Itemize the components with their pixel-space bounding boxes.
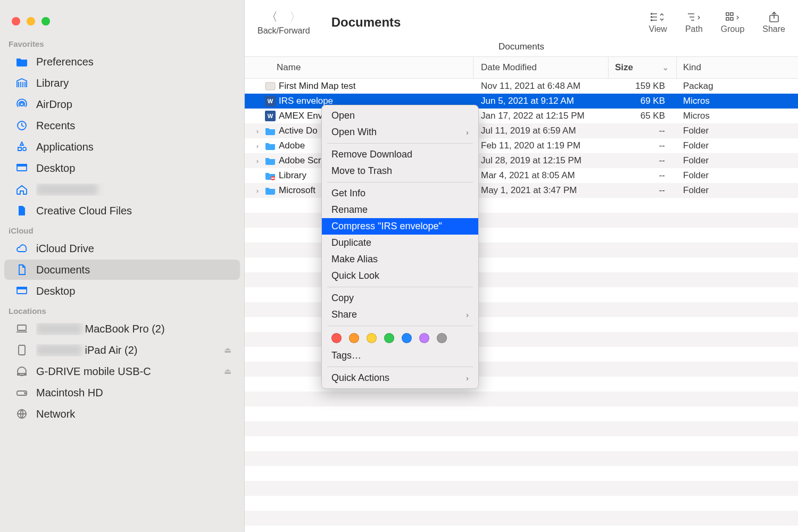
toolbar-view[interactable]: View (649, 11, 667, 34)
menu-item-quick-actions[interactable]: Quick Actions› (322, 370, 478, 386)
back-icon[interactable]: 〈 (266, 9, 278, 25)
disclosure-icon[interactable]: › (253, 157, 262, 165)
tag-purple-icon[interactable] (419, 333, 429, 343)
sidebar-item-icloud-drive[interactable]: iCloud Drive (4, 238, 240, 259)
tag-gray-icon[interactable] (437, 333, 447, 343)
file-date: Jun 5, 2021 at 9:12 AM (473, 96, 609, 106)
drive-icon (15, 365, 29, 378)
sidebar-item-label: Preferences (36, 56, 231, 68)
file-kind: Folder (677, 155, 798, 166)
svg-rect-7 (18, 325, 26, 330)
sidebar-item-preferences[interactable]: Preferences (4, 52, 240, 72)
col-size[interactable]: Size⌄ (609, 57, 677, 78)
window-title: Documents (331, 15, 401, 30)
toolbar-path[interactable]: Path (685, 11, 703, 34)
sidebar-item-macbook-pro-2-[interactable]: xxxxxxx MacBook Pro (2) (4, 319, 240, 339)
nav-back-forward[interactable]: 〈 〉 Back/Forward (257, 9, 310, 36)
menu-item-tags[interactable]: Tags… (322, 347, 478, 364)
disclosure-icon[interactable]: › (253, 142, 262, 150)
close-icon[interactable] (12, 17, 20, 26)
col-kind[interactable]: Kind (677, 57, 798, 78)
sidebar-item-label: Creative Cloud Files (36, 205, 231, 217)
sidebar-item-recents[interactable]: Recents (4, 115, 240, 136)
toolbar-share[interactable]: Share (762, 11, 785, 34)
menu-item-open[interactable]: Open (322, 107, 478, 124)
sidebar-item-desktop[interactable]: Desktop (4, 158, 240, 178)
share-icon (768, 11, 780, 23)
menu-item-move-to-trash[interactable]: Move to Trash (322, 163, 478, 179)
menu-item-duplicate[interactable]: Duplicate (322, 235, 478, 251)
sidebar-item-library[interactable]: Library (4, 73, 240, 93)
file-date: Jan 17, 2022 at 12:15 PM (473, 111, 609, 121)
menu-item-make-alias[interactable]: Make Alias (322, 251, 478, 268)
tag-orange-icon[interactable] (349, 333, 359, 343)
tag-green-icon[interactable] (384, 333, 394, 343)
menu-item-label: Quick Actions (331, 372, 389, 384)
disclosure-icon[interactable]: › (253, 187, 262, 195)
menu-item-get-info[interactable]: Get Info (322, 185, 478, 202)
tag-red-icon[interactable] (331, 333, 342, 343)
sidebar-item-documents[interactable]: Documents (4, 260, 240, 280)
airdrop-icon (15, 98, 29, 111)
file-kind: Folder (677, 185, 798, 196)
sidebar-item-label: Applications (36, 141, 231, 153)
traffic-lights (0, 13, 244, 39)
chevron-right-icon: › (466, 128, 469, 137)
svg-point-16 (651, 20, 652, 21)
toolbar-group[interactable]: Group (721, 11, 744, 34)
tag-blue-icon[interactable] (402, 333, 412, 343)
sidebar-item-network[interactable]: Network (4, 404, 240, 424)
table-row[interactable]: First Mind Map testNov 11, 2021 at 6:48 … (245, 79, 798, 94)
menu-item-copy[interactable]: Copy (322, 290, 478, 306)
menu-item-rename[interactable]: Rename (322, 202, 478, 218)
sidebar-item-desktop[interactable]: Desktop (4, 281, 240, 301)
menu-item-share[interactable]: Share› (322, 306, 478, 323)
minimize-icon[interactable] (27, 17, 35, 26)
menu-item-open-with[interactable]: Open With› (322, 124, 478, 140)
tag-yellow-icon[interactable] (367, 333, 377, 343)
file-name: Library (279, 170, 306, 181)
menu-item-label: Make Alias (331, 254, 378, 265)
toolbar-label: Group (721, 24, 744, 34)
svg-rect-6 (17, 287, 27, 289)
svg-point-15 (651, 16, 652, 18)
menu-item-compress-irs-envelope[interactable]: Compress "IRS envelope" (322, 218, 478, 235)
maximize-icon[interactable] (41, 17, 50, 26)
chevron-right-icon: › (466, 373, 469, 383)
sidebar-item-label: Macintosh HD (36, 387, 231, 399)
library-icon (15, 77, 29, 89)
sidebar-item-macintosh-hd[interactable]: Macintosh HD (4, 383, 240, 403)
file-date: May 1, 2021 at 3:47 PM (473, 185, 609, 196)
svg-point-2 (23, 147, 26, 151)
file-name: Adobe (279, 140, 305, 151)
menu-item-quick-look[interactable]: Quick Look (322, 268, 478, 284)
sidebar-item-ipad-air-2-[interactable]: xxxxxxx iPad Air (2)⏏ (4, 340, 240, 360)
toolbar-label: View (649, 24, 667, 34)
sidebar-section-locations: Locations (0, 306, 244, 319)
sidebar-item-creative-cloud-files[interactable]: Creative Cloud Files (4, 201, 240, 221)
toolbar-label: Path (685, 24, 703, 34)
sidebar-item-redacted[interactable]: xxxxxxxxxx (4, 179, 240, 200)
file-date: Jul 28, 2019 at 12:15 PM (473, 155, 609, 166)
col-date[interactable]: Date Modified (473, 57, 609, 78)
disclosure-icon[interactable]: › (253, 127, 262, 135)
folder-icon (15, 55, 29, 68)
file-size: 65 KB (609, 111, 677, 121)
sidebar-item-applications[interactable]: Applications (4, 137, 240, 157)
sidebar-item-label: Library (36, 77, 231, 89)
sidebar-item-label: Desktop (36, 162, 231, 174)
forward-icon[interactable]: 〉 (289, 9, 301, 25)
empty-row (245, 496, 798, 511)
sidebar-item-g-drive-mobile-usb-c[interactable]: G-DRIVE mobile USB-C⏏ (4, 361, 240, 381)
col-name[interactable]: Name (245, 57, 473, 78)
empty-row (245, 481, 798, 496)
view-icon (651, 11, 666, 23)
sidebar-item-airdrop[interactable]: AirDrop (4, 94, 240, 114)
menu-item-label: Open With (331, 127, 377, 138)
eject-icon[interactable]: ⏏ (224, 345, 231, 355)
path-crumb[interactable]: Documents (245, 39, 798, 56)
toolbar-label: Share (762, 24, 785, 34)
menu-item-remove-download[interactable]: Remove Download (322, 146, 478, 163)
ipad-icon (15, 344, 29, 356)
eject-icon[interactable]: ⏏ (224, 367, 231, 376)
